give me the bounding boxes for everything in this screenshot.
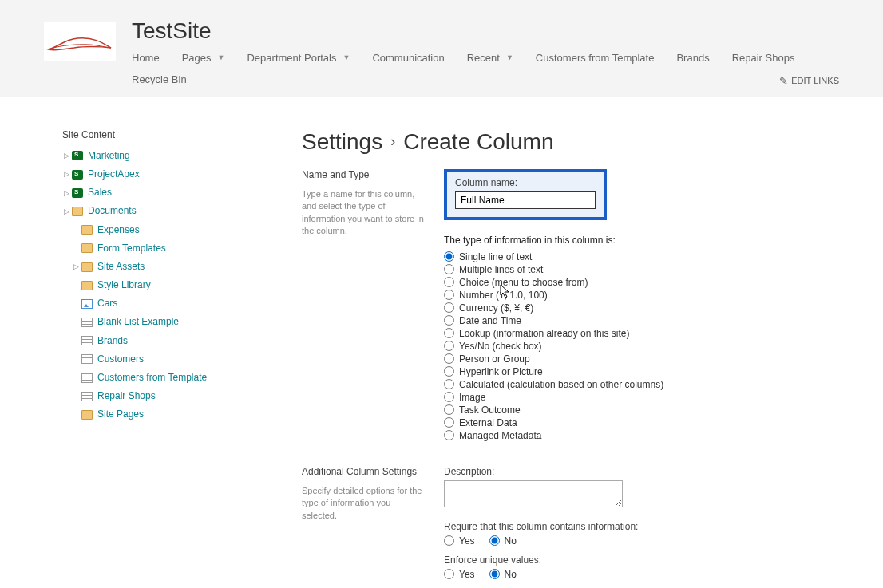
tree-link[interactable]: Form Templates bbox=[97, 241, 166, 256]
column-name-input[interactable] bbox=[455, 191, 596, 209]
section-help: Specify detailed options for the type of… bbox=[302, 485, 428, 522]
expand-icon[interactable]: ▷ bbox=[62, 187, 70, 199]
nav-recycle-bin[interactable]: Recycle Bin bbox=[132, 70, 198, 92]
content-area: Site Content ▷Marketing ▷ProjectApex ▷Sa… bbox=[0, 97, 883, 588]
type-radio[interactable] bbox=[444, 302, 454, 313]
nav-communication[interactable]: Communication bbox=[372, 49, 455, 70]
tree-item-expenses: Expenses bbox=[62, 221, 278, 239]
site-content-tree: ▷Marketing ▷ProjectApex ▷Sales ▷Document… bbox=[62, 147, 278, 424]
chevron-down-icon: ▼ bbox=[506, 53, 513, 61]
breadcrumb-leaf: Create Column bbox=[403, 129, 553, 155]
unique-yes-radio[interactable] bbox=[444, 569, 454, 579]
nav-repair-shops[interactable]: Repair Shops bbox=[732, 49, 806, 70]
nav-customers-template[interactable]: Customers from Template bbox=[536, 49, 666, 70]
page-title: Settings › Create Column bbox=[302, 129, 839, 155]
type-radio[interactable] bbox=[444, 251, 454, 262]
tree-link[interactable]: Marketing bbox=[88, 148, 130, 164]
tree-link[interactable]: Customers from Template bbox=[97, 370, 207, 385]
nav-pages[interactable]: Pages▼ bbox=[182, 49, 236, 70]
type-radio[interactable] bbox=[444, 315, 454, 326]
nav-label: Pages bbox=[182, 52, 212, 64]
tree-item-cars: Cars bbox=[62, 294, 278, 313]
tree-link[interactable]: Style Library bbox=[97, 278, 151, 293]
type-radio-label[interactable]: Choice (menu to choose from) bbox=[459, 277, 588, 288]
type-radio[interactable] bbox=[444, 366, 454, 377]
type-radio-label[interactable]: Calculated (calculation based on other c… bbox=[459, 379, 663, 390]
breadcrumb-root[interactable]: Settings bbox=[302, 129, 382, 155]
unique-no-label[interactable]: No bbox=[505, 569, 517, 580]
type-radio-label[interactable]: Currency ($, ¥, €) bbox=[459, 302, 533, 314]
site-logo[interactable] bbox=[44, 22, 116, 61]
nav-label: Brands bbox=[676, 52, 709, 64]
type-radio-label[interactable]: Image bbox=[459, 392, 485, 403]
site-title[interactable]: TestSite bbox=[132, 19, 839, 44]
type-radio-label[interactable]: Person or Group bbox=[459, 353, 530, 365]
section-name-and-type: Name and Type Type a name for this colum… bbox=[302, 169, 839, 442]
tree-link[interactable]: Site Assets bbox=[97, 259, 145, 274]
type-radio[interactable] bbox=[444, 290, 454, 300]
tree-link[interactable]: Repair Shops bbox=[97, 389, 156, 404]
type-option-calculated: Calculated (calculation based on other c… bbox=[444, 378, 839, 391]
tree-item-projectapex: ▷ProjectApex bbox=[62, 165, 278, 184]
main-panel: Settings › Create Column Name and Type T… bbox=[302, 129, 839, 588]
edit-links-button[interactable]: ✎ EDIT LINKS bbox=[779, 75, 839, 87]
type-radio[interactable] bbox=[444, 404, 454, 415]
nav-department-portals[interactable]: Department Portals▼ bbox=[247, 49, 361, 70]
tree-link[interactable]: Expenses bbox=[97, 223, 140, 238]
type-radio-label[interactable]: Single line of text bbox=[459, 251, 532, 262]
type-radio-label[interactable]: Yes/No (check box) bbox=[459, 341, 542, 352]
type-radio-label[interactable]: Hyperlink or Picture bbox=[459, 366, 543, 377]
type-radio-label[interactable]: Multiple lines of text bbox=[459, 264, 543, 275]
tree-link[interactable]: Site Pages bbox=[97, 407, 144, 422]
type-radio[interactable] bbox=[444, 341, 454, 351]
list-icon bbox=[81, 318, 93, 327]
tree-link[interactable]: Sales bbox=[88, 185, 112, 200]
section-label: Additional Column Settings bbox=[302, 466, 428, 477]
nav-recent[interactable]: Recent▼ bbox=[467, 49, 525, 70]
description-textarea[interactable] bbox=[444, 480, 623, 507]
type-radio[interactable] bbox=[444, 430, 454, 440]
description-label: Description: bbox=[444, 466, 839, 477]
require-yes-label[interactable]: Yes bbox=[459, 535, 475, 547]
tree-link[interactable]: ProjectApex bbox=[88, 167, 140, 182]
tree-link[interactable]: Documents bbox=[88, 203, 137, 219]
expand-icon[interactable]: ▷ bbox=[72, 261, 80, 272]
tree-link[interactable]: Brands bbox=[97, 333, 128, 349]
type-radio[interactable] bbox=[444, 353, 454, 364]
require-yes-radio[interactable] bbox=[444, 535, 454, 546]
type-radio-label[interactable]: Number (1, 1.0, 100) bbox=[459, 290, 548, 301]
type-option-task-outcome: Task Outcome bbox=[444, 404, 839, 416]
tree-item-documents: ▷Documents bbox=[62, 202, 278, 220]
nav-home[interactable]: Home bbox=[132, 49, 171, 70]
type-radio-label[interactable]: Managed Metadata bbox=[459, 430, 541, 441]
type-radio-label[interactable]: Date and Time bbox=[459, 315, 521, 326]
tree-link[interactable]: Cars bbox=[97, 296, 117, 311]
require-no-label[interactable]: No bbox=[505, 535, 517, 547]
type-radio[interactable] bbox=[444, 392, 454, 402]
expand-icon[interactable]: ▷ bbox=[62, 168, 70, 180]
tree-link[interactable]: Customers bbox=[97, 352, 144, 367]
sidebar-title: Site Content bbox=[62, 129, 278, 140]
require-label: Require that this column contains inform… bbox=[444, 521, 839, 532]
tree-link[interactable]: Blank List Example bbox=[97, 314, 179, 330]
unique-yes-label[interactable]: Yes bbox=[459, 569, 475, 580]
tree-item-style-library: Style Library bbox=[62, 276, 278, 294]
tree-item-site-assets: ▷Site Assets bbox=[62, 258, 278, 276]
type-radio-label[interactable]: Task Outcome bbox=[459, 404, 521, 416]
type-radio[interactable] bbox=[444, 328, 454, 338]
picture-library-icon bbox=[81, 299, 93, 309]
type-radio-label[interactable]: Lookup (information already on this site… bbox=[459, 328, 629, 339]
expand-icon[interactable]: ▷ bbox=[62, 150, 70, 161]
expand-icon[interactable]: ▷ bbox=[62, 206, 70, 217]
require-no-radio[interactable] bbox=[489, 535, 500, 546]
type-option-external-data: External Data bbox=[444, 416, 839, 429]
type-radio[interactable] bbox=[444, 277, 454, 287]
type-radio[interactable] bbox=[444, 264, 454, 274]
type-option-lookup: Lookup (information already on this site… bbox=[444, 327, 839, 340]
type-radio[interactable] bbox=[444, 417, 454, 428]
unique-no-radio[interactable] bbox=[489, 569, 500, 579]
type-radio[interactable] bbox=[444, 379, 454, 389]
subsite-icon bbox=[72, 188, 83, 198]
nav-brands[interactable]: Brands bbox=[676, 49, 720, 70]
type-radio-label[interactable]: External Data bbox=[459, 417, 517, 428]
